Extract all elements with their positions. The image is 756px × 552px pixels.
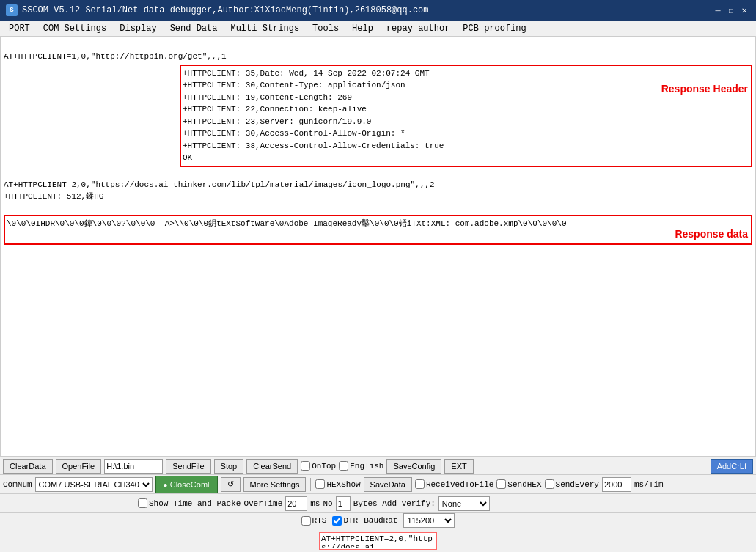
- no-label: No: [323, 499, 332, 508]
- english-check[interactable]: [339, 461, 348, 471]
- received-to-file-check[interactable]: [415, 479, 425, 489]
- refresh-button[interactable]: ↺: [221, 477, 241, 492]
- save-config-button[interactable]: SaveConfig: [386, 459, 441, 474]
- save-data-button[interactable]: SaveData: [364, 477, 412, 492]
- menu-help[interactable]: Help: [346, 22, 379, 35]
- rts-dtr-row: RTS DTR BaudRat 115200: [298, 513, 458, 528]
- no-input[interactable]: [336, 496, 351, 511]
- over-time-label: OverTime: [243, 499, 282, 508]
- app-title: SSCOM V5.12 Serial/Net data debugger,Aut…: [22, 5, 429, 15]
- baud-rate-label: BaudRat: [364, 516, 397, 525]
- send-input-area[interactable]: [319, 532, 437, 550]
- send-file-button[interactable]: SendFile: [166, 459, 210, 474]
- send-every-label: SendEvery: [556, 480, 599, 489]
- response-display[interactable]: AT+HTTPCLIENT=1,0,"http://httpbin.org/ge…: [1, 37, 755, 456]
- toolbar-row-3: Show Time and Packe OverTime ms No Bytes…: [0, 494, 756, 513]
- send-text-input[interactable]: [321, 534, 435, 548]
- window-controls: ─ □ ✕: [712, 4, 750, 16]
- menu-tools[interactable]: Tools: [307, 22, 345, 35]
- english-label: English: [350, 462, 383, 471]
- rts-label: RTS: [312, 516, 327, 525]
- menu-display[interactable]: Display: [114, 22, 162, 35]
- send-every-check[interactable]: [545, 479, 554, 489]
- ext-button[interactable]: EXT: [444, 459, 473, 474]
- more-settings-button[interactable]: More Settings: [243, 477, 307, 492]
- app-icon: S: [6, 4, 18, 16]
- bytes-add-label: Bytes Add Verify:: [353, 499, 436, 508]
- english-checkbox[interactable]: English: [339, 461, 383, 471]
- toolbar-row-1: ClearData OpenFile SendFile Stop ClearSe…: [0, 457, 756, 475]
- show-time-checkbox[interactable]: Show Time and Packe: [138, 498, 241, 508]
- menu-send-data[interactable]: Send_Data: [164, 22, 224, 35]
- send-hex-label: SendHEX: [507, 480, 541, 489]
- over-time-input[interactable]: [285, 496, 307, 511]
- baud-rate-select[interactable]: 115200: [403, 513, 455, 528]
- show-time-label: Show Time and Packe: [149, 499, 241, 508]
- hex-show-check[interactable]: [315, 479, 325, 489]
- verify-select[interactable]: None: [438, 496, 490, 511]
- menu-repay-author[interactable]: repay_author: [381, 22, 455, 35]
- add-crlf-button[interactable]: AddCrLf: [711, 459, 753, 474]
- on-top-checkbox[interactable]: OnTop: [301, 461, 336, 471]
- menu-port[interactable]: PORT: [3, 22, 36, 35]
- received-to-file-label: ReceivedToFile: [426, 480, 493, 489]
- ms-label: ms: [310, 499, 320, 508]
- open-file-button[interactable]: OpenFile: [56, 459, 102, 474]
- send-every-value[interactable]: [602, 477, 631, 492]
- on-top-check[interactable]: [301, 461, 310, 471]
- toolbar-row-4: RTS DTR BaudRat 115200: [0, 513, 756, 551]
- send-hex-checkbox[interactable]: SendHEX: [496, 479, 541, 489]
- clear-data-button[interactable]: ClearData: [3, 459, 53, 474]
- send-hex-check[interactable]: [496, 479, 506, 489]
- ms-tim-label: ms/Tim: [634, 480, 664, 489]
- main-content: Response Header Response data AT+HTTPCLI…: [0, 37, 756, 457]
- rts-check[interactable]: [301, 516, 311, 526]
- clear-send-button[interactable]: ClearSend: [246, 459, 298, 474]
- close-button[interactable]: ✕: [738, 4, 750, 16]
- dtr-label: DTR: [343, 516, 358, 525]
- menu-multi-strings[interactable]: Multi_Strings: [224, 22, 305, 35]
- minimize-button[interactable]: ─: [712, 4, 724, 16]
- on-top-label: OnTop: [312, 462, 336, 471]
- dtr-check[interactable]: [332, 516, 342, 526]
- menu-bar: PORT COM_Settings Display Send_Data Mult…: [0, 21, 756, 37]
- menu-pcb-proofing[interactable]: PCB_proofing: [457, 22, 532, 35]
- hex-show-label: HEXShow: [326, 480, 360, 489]
- stop-button[interactable]: Stop: [214, 459, 244, 474]
- bottom-area: ClearData OpenFile SendFile Stop ClearSe…: [0, 457, 756, 552]
- title-bar: S SSCOM V5.12 Serial/Net data debugger,A…: [0, 0, 756, 21]
- close-com-label: CloseComl: [170, 480, 210, 489]
- dtr-checkbox[interactable]: DTR: [332, 516, 358, 526]
- close-com-button[interactable]: ● CloseComl: [155, 476, 218, 493]
- menu-com-settings[interactable]: COM_Settings: [37, 22, 112, 35]
- show-time-check[interactable]: [138, 498, 147, 508]
- send-every-checkbox[interactable]: SendEvery: [545, 479, 599, 489]
- file-path-input[interactable]: [104, 459, 163, 474]
- com-port-select[interactable]: COM7 USB-SERIAL CH340: [35, 477, 153, 492]
- rts-checkbox[interactable]: RTS: [301, 516, 327, 526]
- titlebar-left: S SSCOM V5.12 Serial/Net data debugger,A…: [6, 4, 429, 16]
- com-num-label: ComNum: [3, 480, 32, 489]
- received-to-file-checkbox[interactable]: ReceivedToFile: [415, 479, 493, 489]
- hex-show-checkbox[interactable]: HEXShow: [315, 479, 360, 489]
- toolbar-row-2: ComNum COM7 USB-SERIAL CH340 ● CloseComl…: [0, 475, 756, 494]
- maximize-button[interactable]: □: [725, 4, 737, 16]
